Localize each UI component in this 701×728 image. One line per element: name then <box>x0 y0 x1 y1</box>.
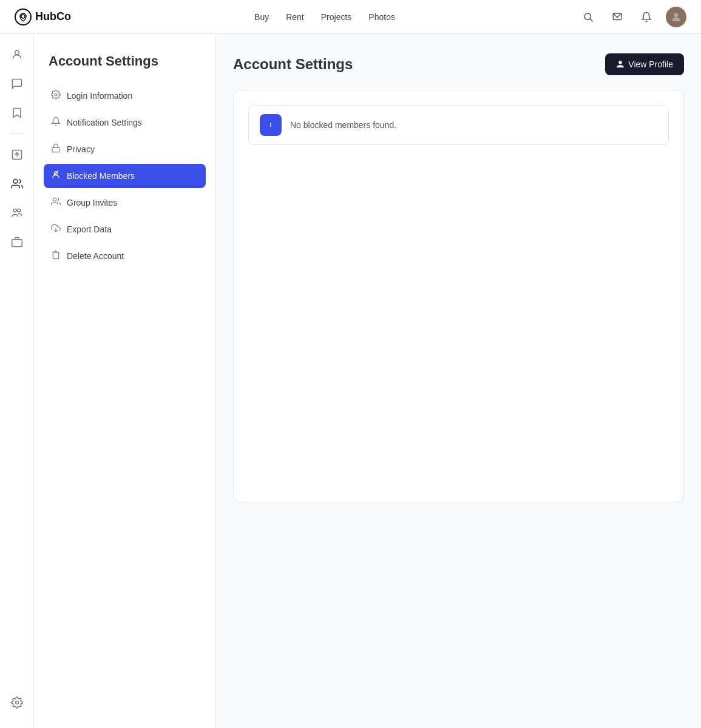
logo-icon <box>15 8 32 25</box>
svg-point-12 <box>15 701 18 704</box>
svg-point-0 <box>21 15 25 18</box>
menu-notification-settings[interactable]: Notification Settings <box>44 110 206 135</box>
sidebar-upload-icon[interactable] <box>6 144 28 166</box>
sidebar-people-icon[interactable] <box>6 173 28 195</box>
nav-buy[interactable]: Buy <box>254 12 269 22</box>
user-avatar[interactable] <box>666 7 686 27</box>
sidebar-briefcase-icon[interactable] <box>6 231 28 253</box>
svg-point-8 <box>13 180 18 184</box>
menu-blocked-members[interactable]: Blocked Members <box>44 164 206 188</box>
sidebar-settings-icon[interactable] <box>6 692 28 713</box>
svg-point-10 <box>17 209 20 212</box>
view-profile-label: View Profile <box>628 59 673 69</box>
blocked-icon <box>51 170 61 182</box>
topnav-actions <box>578 7 686 27</box>
login-icon <box>51 90 61 102</box>
topnav: HubCo Buy Rent Projects Photos <box>0 0 701 34</box>
menu-export-label: Export Data <box>67 224 112 234</box>
menu-group-invites-label: Group Invites <box>67 198 117 207</box>
privacy-icon <box>51 143 61 155</box>
info-icon <box>260 114 282 136</box>
svg-rect-11 <box>12 240 22 247</box>
info-notice: No blocked members found. <box>248 105 669 145</box>
notifications-icon[interactable] <box>637 7 656 27</box>
nav-links: Buy Rent Projects Photos <box>254 12 395 22</box>
logo-text: HubCo <box>35 10 71 23</box>
sidebar-bookmark-icon[interactable] <box>6 102 28 124</box>
page-title: Account Settings <box>233 56 353 73</box>
menu-delete-label: Delete Account <box>67 251 124 261</box>
view-profile-button[interactable]: View Profile <box>605 53 684 75</box>
menu-export-data[interactable]: Export Data <box>44 217 206 241</box>
menu-privacy[interactable]: Privacy <box>44 137 206 161</box>
logo[interactable]: HubCo <box>15 8 71 25</box>
menu-delete-account[interactable]: Delete Account <box>44 244 206 268</box>
blocked-members-card: No blocked members found. <box>233 90 684 502</box>
svg-point-17 <box>53 198 56 201</box>
settings-menu: Login Information Notification Settings <box>44 84 206 268</box>
menu-notifications-label: Notification Settings <box>67 118 142 127</box>
menu-login-information[interactable]: Login Information <box>44 84 206 108</box>
nav-rent[interactable]: Rent <box>286 12 304 22</box>
svg-point-9 <box>13 209 16 212</box>
svg-line-2 <box>590 19 592 21</box>
content-area: Account Settings View Profile <box>216 34 701 728</box>
export-icon <box>51 223 61 235</box>
sidebar-divider <box>10 133 24 134</box>
search-icon[interactable] <box>578 7 598 27</box>
nav-photos[interactable]: Photos <box>368 12 395 22</box>
menu-login-label: Login Information <box>67 91 132 101</box>
person-icon <box>616 60 625 69</box>
sidebar-icons <box>0 34 34 728</box>
settings-sidebar: Account Settings Login Information <box>34 34 216 728</box>
menu-group-invites[interactable]: Group Invites <box>44 190 206 215</box>
svg-point-13 <box>55 93 57 96</box>
menu-privacy-label: Privacy <box>67 144 95 154</box>
delete-icon <box>51 250 61 262</box>
svg-point-1 <box>584 13 591 20</box>
svg-point-4 <box>674 13 679 17</box>
menu-blocked-label: Blocked Members <box>67 171 135 181</box>
sidebar-user-icon[interactable] <box>6 44 28 66</box>
sidebar-messages-icon[interactable] <box>6 73 28 95</box>
group-invites-icon <box>51 197 61 209</box>
main-area: Account Settings Login Information <box>34 34 701 728</box>
nav-projects[interactable]: Projects <box>321 12 352 22</box>
messages-icon[interactable] <box>608 7 627 27</box>
content-header: Account Settings View Profile <box>233 53 684 75</box>
svg-point-5 <box>15 50 19 55</box>
notification-icon <box>51 116 61 129</box>
no-blocked-text: No blocked members found. <box>290 120 396 130</box>
layout: Account Settings Login Information <box>0 34 701 728</box>
svg-rect-14 <box>52 147 59 152</box>
settings-title: Account Settings <box>44 53 206 69</box>
sidebar-groups-icon[interactable] <box>6 202 28 224</box>
